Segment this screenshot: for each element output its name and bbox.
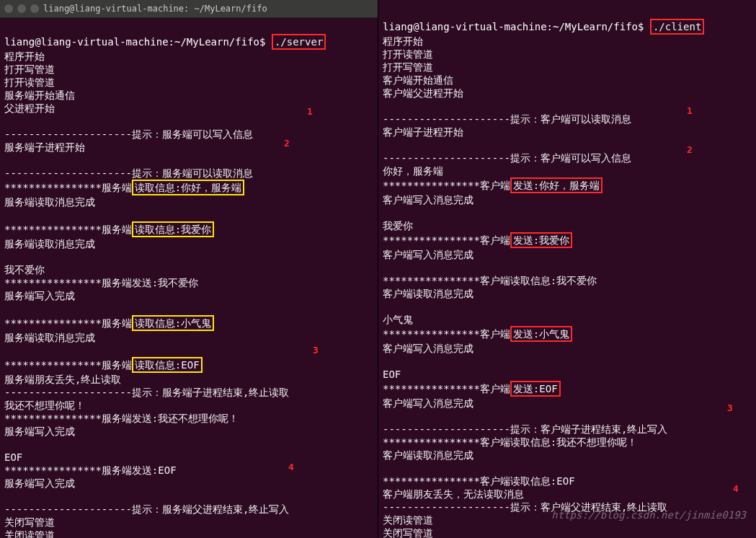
line: 服务端朋友丢失,终止读取 (4, 374, 121, 385)
line: 我爱你 (383, 220, 413, 231)
line: 我不爱你 (4, 264, 45, 275)
line: ****************服务端发送:EOF (4, 464, 177, 476)
line: 关闭读管道 (383, 514, 433, 526)
line: 服务端写入完成 (4, 425, 75, 437)
line: ****************服务端发送:我不爱你 (4, 277, 198, 288)
server-recv-msg: 读取信息:我爱你 (132, 221, 214, 237)
line: 客户端父进程开始 (383, 87, 463, 99)
line: 客户端子进程开始 (383, 126, 463, 138)
line: 客户端读取消息完成 (383, 288, 473, 299)
line: 客户端写入消息完成 (383, 343, 473, 354)
server-command: ./server (272, 34, 326, 50)
line: 关闭写管道 (383, 527, 433, 538)
line: 服务端读取消息完成 (4, 196, 95, 208)
line: 服务端读取消息完成 (4, 238, 95, 250)
client-send-msg: 发送:小气鬼 (510, 326, 572, 342)
hint-line: ---------------------提示：客户端子进程结束,终止写入 (383, 423, 667, 435)
terminal-screenshot: liang@liang-virtual-machine: ~/MyLearn/f… (0, 0, 756, 538)
hint-line: ---------------------提示：服务端可以写入信息 (4, 128, 253, 140)
line: 打开读管道 (4, 76, 55, 88)
line: ****************服务端发送:我还不想理你呢！ (4, 413, 239, 424)
hint-line: ---------------------提示：服务端可以读取消息 (4, 167, 253, 179)
server-recv-msg: 读取信息:小气鬼 (132, 315, 214, 331)
line: 打开写管道 (4, 63, 55, 75)
client-send-eof: 发送:EOF (510, 381, 561, 397)
line: 关闭读管道 (4, 529, 55, 538)
line: 客户端写入消息完成 (383, 194, 473, 206)
line: ****************客户端读取信息:EOF (383, 475, 575, 487)
line: 小气鬼 (383, 314, 413, 325)
annotation-2: 2 (687, 144, 693, 155)
annotation-4: 4 (733, 483, 739, 494)
line: 程序开始 (383, 35, 423, 47)
window-title: liang@liang-virtual-machine: ~/MyLearn/f… (43, 4, 267, 14)
annotation-4: 4 (288, 462, 294, 472)
client-terminal-pane: liang@liang-virtual-machine:~/MyLearn/fi… (378, 0, 756, 538)
server-terminal-output[interactable]: liang@liang-virtual-machine:~/MyLearn/fi… (0, 18, 378, 538)
line: 客户端写入消息完成 (383, 397, 473, 409)
line: 我还不想理你呢！ (4, 400, 85, 411)
line: ****************客户端读取信息:我还不想理你呢！ (383, 436, 637, 448)
close-icon[interactable] (4, 4, 13, 13)
send-prefix: ****************客户端 (383, 383, 510, 394)
line: 客户端读取消息完成 (383, 449, 473, 461)
line: 服务端读取消息完成 (4, 332, 95, 343)
line: 客户端朋友丢失，无法读取消息 (383, 488, 524, 500)
line: 服务端写入完成 (4, 477, 75, 489)
client-command: ./client (650, 19, 704, 35)
annotation-1: 1 (687, 105, 693, 116)
annotation-3: 3 (313, 345, 319, 356)
client-terminal-output[interactable]: liang@liang-virtual-machine:~/MyLearn/fi… (378, 0, 756, 538)
line: 服务端写入完成 (4, 290, 75, 301)
line: 关闭写管道 (4, 516, 55, 528)
annotation-1: 1 (307, 106, 313, 117)
shell-prompt: liang@liang-virtual-machine:~/MyLearn/fi… (4, 36, 272, 48)
hint-line: ---------------------提示：服务端子进程结束,终止读取 (4, 387, 289, 398)
line: EOF (4, 451, 22, 463)
server-recv-eof: 读取信息:EOF (132, 357, 203, 373)
send-prefix: ****************客户端 (383, 234, 510, 246)
line: EOF (383, 369, 401, 380)
line: 程序开始 (4, 50, 45, 62)
recv-prefix: ****************服务端 (4, 359, 132, 371)
recv-prefix: ****************服务端 (4, 182, 132, 193)
hint-line: ---------------------提示：客户端可以读取消息 (383, 113, 631, 125)
annotation-3: 3 (727, 402, 733, 413)
recv-prefix: ****************服务端 (4, 317, 132, 329)
line: 父进程开始 (4, 102, 55, 114)
line: 客户端写入消息完成 (383, 249, 473, 260)
recv-prefix: ****************服务端 (4, 224, 132, 235)
line: 服务端开始通信 (4, 89, 75, 101)
line: 服务端子进程开始 (4, 141, 85, 153)
line: 客户端开始通信 (383, 74, 453, 86)
client-send-msg: 发送:我爱你 (510, 232, 572, 248)
window-titlebar: liang@liang-virtual-machine: ~/MyLearn/f… (0, 0, 378, 18)
line: 打开写管道 (383, 61, 433, 73)
client-send-msg: 发送:你好，服务端 (510, 177, 602, 193)
maximize-icon[interactable] (30, 4, 39, 13)
shell-prompt: liang@liang-virtual-machine:~/MyLearn/fi… (383, 21, 650, 32)
line: 你好，服务端 (383, 165, 443, 177)
line: ****************客户端读取信息:我不爱你 (383, 275, 597, 286)
send-prefix: ****************客户端 (383, 180, 510, 191)
send-prefix: ****************客户端 (383, 328, 510, 340)
server-terminal-pane: liang@liang-virtual-machine: ~/MyLearn/f… (0, 0, 378, 538)
minimize-icon[interactable] (17, 4, 26, 13)
hint-line: ---------------------提示：服务端父进程结束,终止写入 (4, 503, 289, 515)
hint-line: ---------------------提示：客户端父进程结束,终止读取 (383, 501, 667, 513)
line: 打开读管道 (383, 48, 433, 60)
hint-line: ---------------------提示：客户端可以写入信息 (383, 152, 631, 164)
server-recv-msg: 读取信息:你好，服务端 (132, 180, 244, 195)
annotation-2: 2 (284, 138, 290, 149)
